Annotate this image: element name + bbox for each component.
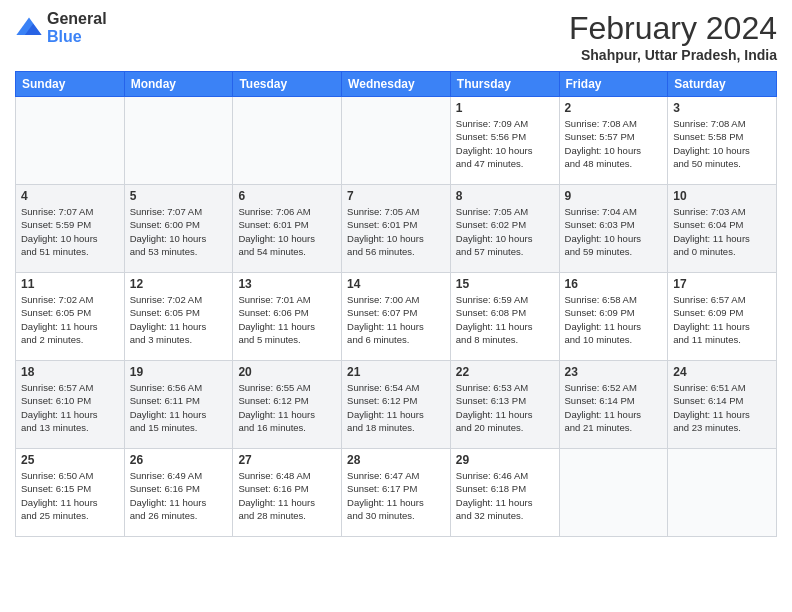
day-number: 22 [456, 365, 554, 379]
week-row-2: 4Sunrise: 7:07 AM Sunset: 5:59 PM Daylig… [16, 185, 777, 273]
day-number: 6 [238, 189, 336, 203]
logo-general-text: General [47, 10, 107, 28]
day-number: 23 [565, 365, 663, 379]
day-number: 8 [456, 189, 554, 203]
day-number: 10 [673, 189, 771, 203]
day-cell: 29Sunrise: 6:46 AM Sunset: 6:18 PM Dayli… [450, 449, 559, 537]
day-cell [559, 449, 668, 537]
day-number: 12 [130, 277, 228, 291]
day-info-text: Sunrise: 7:08 AM Sunset: 5:57 PM Dayligh… [565, 117, 663, 170]
day-number: 21 [347, 365, 445, 379]
day-info-text: Sunrise: 6:58 AM Sunset: 6:09 PM Dayligh… [565, 293, 663, 346]
day-info-text: Sunrise: 7:07 AM Sunset: 6:00 PM Dayligh… [130, 205, 228, 258]
day-number: 14 [347, 277, 445, 291]
day-number: 28 [347, 453, 445, 467]
day-info-text: Sunrise: 7:09 AM Sunset: 5:56 PM Dayligh… [456, 117, 554, 170]
day-number: 17 [673, 277, 771, 291]
day-number: 16 [565, 277, 663, 291]
header: General Blue February 2024 Shahpur, Utta… [15, 10, 777, 63]
day-info-text: Sunrise: 7:02 AM Sunset: 6:05 PM Dayligh… [130, 293, 228, 346]
day-cell: 21Sunrise: 6:54 AM Sunset: 6:12 PM Dayli… [342, 361, 451, 449]
month-title: February 2024 [569, 10, 777, 47]
day-cell: 5Sunrise: 7:07 AM Sunset: 6:00 PM Daylig… [124, 185, 233, 273]
day-info-text: Sunrise: 6:49 AM Sunset: 6:16 PM Dayligh… [130, 469, 228, 522]
logo-icon [15, 14, 43, 42]
weekday-header-friday: Friday [559, 72, 668, 97]
day-info-text: Sunrise: 6:48 AM Sunset: 6:16 PM Dayligh… [238, 469, 336, 522]
day-number: 27 [238, 453, 336, 467]
day-cell [16, 97, 125, 185]
weekday-header-tuesday: Tuesday [233, 72, 342, 97]
day-cell: 26Sunrise: 6:49 AM Sunset: 6:16 PM Dayli… [124, 449, 233, 537]
day-cell [342, 97, 451, 185]
day-info-text: Sunrise: 6:56 AM Sunset: 6:11 PM Dayligh… [130, 381, 228, 434]
day-info-text: Sunrise: 6:57 AM Sunset: 6:10 PM Dayligh… [21, 381, 119, 434]
day-info-text: Sunrise: 7:04 AM Sunset: 6:03 PM Dayligh… [565, 205, 663, 258]
day-info-text: Sunrise: 7:05 AM Sunset: 6:02 PM Dayligh… [456, 205, 554, 258]
calendar-table: SundayMondayTuesdayWednesdayThursdayFrid… [15, 71, 777, 537]
day-cell: 12Sunrise: 7:02 AM Sunset: 6:05 PM Dayli… [124, 273, 233, 361]
day-info-text: Sunrise: 7:06 AM Sunset: 6:01 PM Dayligh… [238, 205, 336, 258]
day-cell [668, 449, 777, 537]
day-number: 9 [565, 189, 663, 203]
weekday-header-row: SundayMondayTuesdayWednesdayThursdayFrid… [16, 72, 777, 97]
day-cell [124, 97, 233, 185]
day-info-text: Sunrise: 7:00 AM Sunset: 6:07 PM Dayligh… [347, 293, 445, 346]
logo-text: General Blue [47, 10, 107, 45]
day-cell: 20Sunrise: 6:55 AM Sunset: 6:12 PM Dayli… [233, 361, 342, 449]
day-info-text: Sunrise: 7:05 AM Sunset: 6:01 PM Dayligh… [347, 205, 445, 258]
day-number: 26 [130, 453, 228, 467]
day-cell: 28Sunrise: 6:47 AM Sunset: 6:17 PM Dayli… [342, 449, 451, 537]
day-number: 24 [673, 365, 771, 379]
day-info-text: Sunrise: 7:02 AM Sunset: 6:05 PM Dayligh… [21, 293, 119, 346]
day-info-text: Sunrise: 7:01 AM Sunset: 6:06 PM Dayligh… [238, 293, 336, 346]
day-cell: 24Sunrise: 6:51 AM Sunset: 6:14 PM Dayli… [668, 361, 777, 449]
day-number: 5 [130, 189, 228, 203]
weekday-header-saturday: Saturday [668, 72, 777, 97]
week-row-3: 11Sunrise: 7:02 AM Sunset: 6:05 PM Dayli… [16, 273, 777, 361]
day-number: 15 [456, 277, 554, 291]
day-number: 20 [238, 365, 336, 379]
day-number: 13 [238, 277, 336, 291]
day-cell: 1Sunrise: 7:09 AM Sunset: 5:56 PM Daylig… [450, 97, 559, 185]
day-info-text: Sunrise: 7:03 AM Sunset: 6:04 PM Dayligh… [673, 205, 771, 258]
logo: General Blue [15, 10, 107, 45]
day-number: 18 [21, 365, 119, 379]
day-cell: 17Sunrise: 6:57 AM Sunset: 6:09 PM Dayli… [668, 273, 777, 361]
day-cell: 9Sunrise: 7:04 AM Sunset: 6:03 PM Daylig… [559, 185, 668, 273]
day-cell: 13Sunrise: 7:01 AM Sunset: 6:06 PM Dayli… [233, 273, 342, 361]
day-info-text: Sunrise: 6:47 AM Sunset: 6:17 PM Dayligh… [347, 469, 445, 522]
day-info-text: Sunrise: 7:07 AM Sunset: 5:59 PM Dayligh… [21, 205, 119, 258]
day-info-text: Sunrise: 6:46 AM Sunset: 6:18 PM Dayligh… [456, 469, 554, 522]
day-cell: 22Sunrise: 6:53 AM Sunset: 6:13 PM Dayli… [450, 361, 559, 449]
day-number: 3 [673, 101, 771, 115]
day-cell: 11Sunrise: 7:02 AM Sunset: 6:05 PM Dayli… [16, 273, 125, 361]
day-number: 19 [130, 365, 228, 379]
day-cell: 23Sunrise: 6:52 AM Sunset: 6:14 PM Dayli… [559, 361, 668, 449]
day-info-text: Sunrise: 6:50 AM Sunset: 6:15 PM Dayligh… [21, 469, 119, 522]
logo-blue-text: Blue [47, 28, 107, 46]
page: General Blue February 2024 Shahpur, Utta… [0, 0, 792, 612]
day-info-text: Sunrise: 7:08 AM Sunset: 5:58 PM Dayligh… [673, 117, 771, 170]
day-number: 11 [21, 277, 119, 291]
weekday-header-sunday: Sunday [16, 72, 125, 97]
day-cell: 19Sunrise: 6:56 AM Sunset: 6:11 PM Dayli… [124, 361, 233, 449]
location-text: Shahpur, Uttar Pradesh, India [569, 47, 777, 63]
day-cell: 27Sunrise: 6:48 AM Sunset: 6:16 PM Dayli… [233, 449, 342, 537]
day-number: 2 [565, 101, 663, 115]
day-cell: 8Sunrise: 7:05 AM Sunset: 6:02 PM Daylig… [450, 185, 559, 273]
day-info-text: Sunrise: 6:52 AM Sunset: 6:14 PM Dayligh… [565, 381, 663, 434]
day-cell: 25Sunrise: 6:50 AM Sunset: 6:15 PM Dayli… [16, 449, 125, 537]
day-cell: 18Sunrise: 6:57 AM Sunset: 6:10 PM Dayli… [16, 361, 125, 449]
day-number: 1 [456, 101, 554, 115]
day-info-text: Sunrise: 6:53 AM Sunset: 6:13 PM Dayligh… [456, 381, 554, 434]
day-info-text: Sunrise: 6:55 AM Sunset: 6:12 PM Dayligh… [238, 381, 336, 434]
day-cell: 7Sunrise: 7:05 AM Sunset: 6:01 PM Daylig… [342, 185, 451, 273]
day-cell: 10Sunrise: 7:03 AM Sunset: 6:04 PM Dayli… [668, 185, 777, 273]
day-cell: 14Sunrise: 7:00 AM Sunset: 6:07 PM Dayli… [342, 273, 451, 361]
day-cell: 15Sunrise: 6:59 AM Sunset: 6:08 PM Dayli… [450, 273, 559, 361]
weekday-header-wednesday: Wednesday [342, 72, 451, 97]
day-cell: 2Sunrise: 7:08 AM Sunset: 5:57 PM Daylig… [559, 97, 668, 185]
title-section: February 2024 Shahpur, Uttar Pradesh, In… [569, 10, 777, 63]
day-info-text: Sunrise: 6:51 AM Sunset: 6:14 PM Dayligh… [673, 381, 771, 434]
